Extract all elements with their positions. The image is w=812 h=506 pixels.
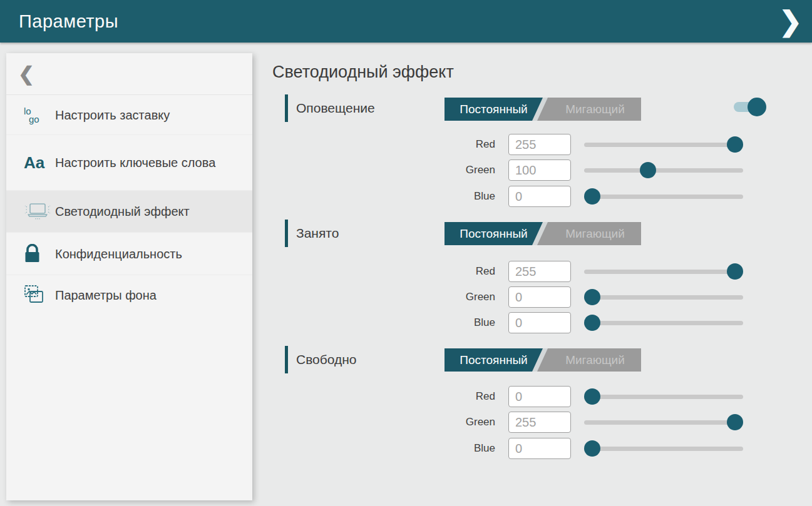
- slider-track: [584, 143, 743, 147]
- slider-thumb[interactable]: [640, 162, 656, 178]
- mode-blinking-button[interactable]: Мигающий: [549, 98, 641, 121]
- rgb-row-red: Red: [439, 261, 743, 282]
- section-label-busy: Занято: [296, 220, 339, 247]
- page-title: Параметры: [19, 11, 118, 32]
- red-value-input[interactable]: [508, 134, 571, 155]
- mode-segmented-control: Постоянный Мигающий: [445, 98, 641, 121]
- slider-track: [584, 447, 743, 451]
- red-value-input[interactable]: [508, 386, 571, 407]
- sidebar-item-label: Параметры фона: [55, 287, 165, 303]
- rgb-row-blue: Blue: [439, 186, 743, 207]
- sidebar-item-keywords[interactable]: Aa Настроить ключевые слова: [6, 134, 252, 190]
- sidebar: ❮ lo go Настроить заставку Aa Настроить …: [6, 53, 252, 500]
- led-effect-icon: [24, 203, 51, 220]
- blue-value-input[interactable]: [508, 186, 571, 207]
- slider-track: [584, 195, 743, 199]
- slider-track: [584, 395, 743, 399]
- section-accent-bar: [285, 346, 288, 373]
- rgb-row-red: Red: [439, 134, 743, 155]
- sidebar-item-label: Настроить ключевые слова: [55, 154, 224, 171]
- content-title: Светодиодный эффект: [272, 63, 454, 82]
- green-value-input[interactable]: [508, 286, 571, 308]
- top-bar: Параметры ❯: [0, 0, 812, 43]
- red-slider[interactable]: [584, 261, 743, 282]
- slider-thumb[interactable]: [727, 263, 743, 280]
- blue-value-input[interactable]: [508, 312, 571, 333]
- mode-segmented-control: Постоянный Мигающий: [445, 222, 641, 245]
- red-slider[interactable]: [584, 134, 743, 155]
- mode-blinking-button[interactable]: Мигающий: [549, 348, 641, 372]
- section-label-alert: Оповещение: [296, 94, 375, 122]
- blue-label: Blue: [439, 442, 495, 455]
- slider-thumb[interactable]: [584, 440, 600, 457]
- notification-toggle[interactable]: [734, 97, 768, 117]
- rgb-row-red: Red: [439, 386, 743, 407]
- rgb-row-green: Green: [439, 286, 743, 308]
- slider-track: [584, 321, 743, 325]
- section-label-free: Свободно: [296, 346, 357, 373]
- rgb-row-green: Green: [439, 412, 743, 433]
- mode-blinking-button[interactable]: Мигающий: [549, 222, 641, 245]
- blue-slider[interactable]: [584, 438, 743, 459]
- settings-window: Параметры ❯ ❮ lo go Настроить заставку A…: [0, 0, 812, 506]
- section-accent-bar: [285, 94, 288, 122]
- blue-value-input[interactable]: [508, 438, 571, 459]
- slider-thumb[interactable]: [584, 388, 600, 405]
- back-chevron-icon: ❮: [18, 63, 34, 86]
- slider-track: [584, 270, 743, 274]
- slider-thumb[interactable]: [584, 188, 600, 205]
- slider-thumb[interactable]: [584, 315, 600, 331]
- slider-track: [584, 420, 743, 425]
- toggle-knob: [748, 98, 766, 116]
- sidebar-item-splash-screen[interactable]: lo go Настроить заставку: [6, 95, 252, 134]
- slider-track: [584, 295, 743, 300]
- red-label: Red: [439, 265, 495, 278]
- mode-constant-button[interactable]: Постоянный: [445, 222, 543, 245]
- blue-slider[interactable]: [584, 186, 743, 207]
- logo-icon: lo go: [24, 107, 51, 123]
- sidebar-item-label: Настроить заставку: [55, 107, 178, 123]
- red-label: Red: [439, 390, 495, 403]
- mode-constant-button[interactable]: Постоянный: [445, 98, 543, 121]
- green-value-input[interactable]: [508, 159, 571, 181]
- lock-icon: [24, 244, 51, 263]
- mode-constant-label: Постоянный: [460, 353, 527, 367]
- mode-segmented-control: Постоянный Мигающий: [445, 348, 641, 372]
- green-label: Green: [439, 416, 495, 428]
- mode-constant-button[interactable]: Постоянный: [445, 348, 543, 372]
- red-slider[interactable]: [584, 386, 743, 407]
- green-value-input[interactable]: [508, 412, 571, 433]
- forward-chevron-icon[interactable]: ❯: [779, 0, 802, 43]
- sidebar-item-label: Светодиодный эффект: [55, 203, 198, 220]
- logo-icon-line2: go: [29, 115, 39, 123]
- sidebar-item-background[interactable]: Параметры фона: [6, 275, 252, 315]
- slider-thumb[interactable]: [727, 414, 743, 430]
- blue-label: Blue: [439, 316, 495, 329]
- background-icon: [24, 285, 51, 305]
- mode-constant-label: Постоянный: [460, 227, 527, 241]
- section-accent-bar: [285, 220, 288, 247]
- mode-blinking-label: Мигающий: [565, 227, 625, 241]
- sidebar-item-privacy[interactable]: Конфиденциальность: [6, 232, 252, 275]
- slider-thumb[interactable]: [727, 136, 743, 153]
- rgb-row-blue: Blue: [439, 312, 743, 333]
- green-slider[interactable]: [584, 412, 743, 433]
- sidebar-item-label: Конфиденциальность: [55, 246, 191, 262]
- mode-constant-label: Постоянный: [460, 103, 527, 116]
- green-label: Green: [439, 291, 495, 303]
- sidebar-item-led-effect[interactable]: Светодиодный эффект: [6, 190, 252, 232]
- mode-blinking-label: Мигающий: [565, 353, 625, 367]
- rgb-row-blue: Blue: [439, 438, 743, 459]
- blue-slider[interactable]: [584, 312, 743, 333]
- rgb-row-green: Green: [439, 159, 743, 181]
- mode-blinking-label: Мигающий: [565, 103, 625, 116]
- sidebar-back-button[interactable]: ❮: [6, 53, 252, 95]
- green-label: Green: [439, 164, 495, 176]
- green-slider[interactable]: [584, 159, 743, 181]
- red-value-input[interactable]: [508, 261, 571, 282]
- keywords-icon: Aa: [24, 153, 51, 173]
- slider-thumb[interactable]: [584, 289, 600, 305]
- green-slider[interactable]: [584, 286, 743, 308]
- blue-label: Blue: [439, 190, 495, 203]
- red-label: Red: [439, 138, 495, 151]
